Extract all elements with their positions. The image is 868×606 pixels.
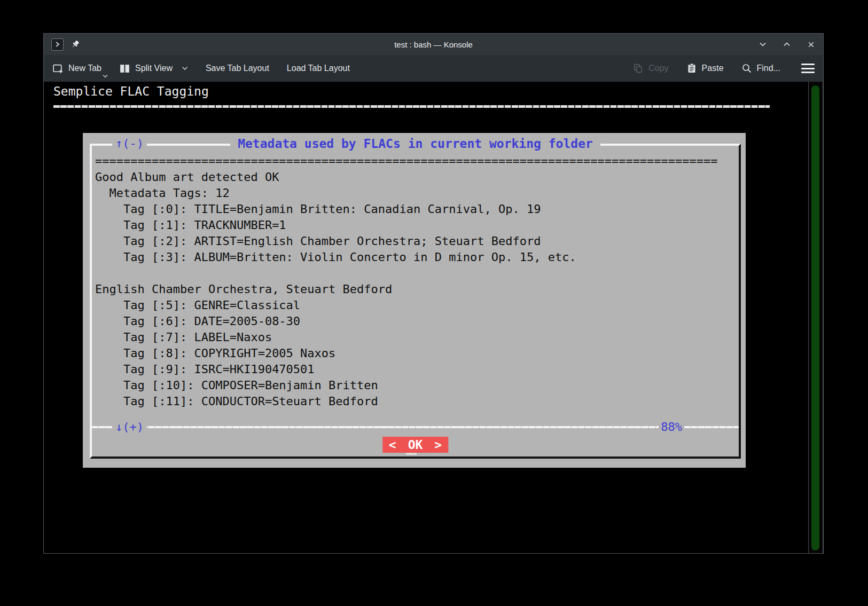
dialog-text-line: Tag [:2]: ARTIST=English Chamber Orchest… xyxy=(95,233,736,249)
chevron-down-icon xyxy=(758,40,767,49)
close-button[interactable] xyxy=(806,40,816,49)
new-tab-dropdown-chevron-icon[interactable] xyxy=(103,74,108,78)
copy-icon xyxy=(633,63,644,74)
dialog-text-line: Tag [:1]: TRACKNUMBER=1 xyxy=(95,217,736,233)
terminal-scrollbar-track[interactable] xyxy=(808,82,823,553)
metadata-dialog: ↑(-) Metadata used by FLACs in current w… xyxy=(83,133,746,468)
paste-label: Paste xyxy=(702,64,724,73)
scroll-down-indicator: ↓(+) xyxy=(112,419,147,435)
terminal-header-underline xyxy=(53,105,770,108)
ok-label: OK xyxy=(408,438,423,452)
search-icon xyxy=(741,63,752,74)
ok-left-arrow: < xyxy=(389,438,396,452)
dialog-text-lines: ========================================… xyxy=(95,153,736,410)
ok-button[interactable]: < OK > xyxy=(382,437,448,453)
dialog-text-line: Tag [:5]: GENRE=Classical xyxy=(95,297,736,313)
new-tab-label: New Tab xyxy=(68,64,101,73)
dialog-text-line: Tag [:10]: COMPOSER=Benjamin Britten xyxy=(95,377,736,393)
find-label: Find... xyxy=(757,64,780,73)
paste-icon xyxy=(686,63,697,74)
dialog-title-row: Metadata used by FLACs in current workin… xyxy=(92,135,739,152)
ok-right-arrow: > xyxy=(434,438,442,452)
toolbar: New Tab Split View Save Tab Layout xyxy=(44,55,823,82)
dialog-text-line: English Chamber Orchestra, Steuart Bedfo… xyxy=(95,281,736,297)
load-tab-layout-button[interactable]: Load Tab Layout xyxy=(287,64,350,73)
maximize-button[interactable] xyxy=(782,40,792,49)
copy-label: Copy xyxy=(648,64,668,73)
titlebar[interactable]: test : bash — Konsole xyxy=(44,34,823,55)
dialog-text-line: Tag [:3]: ALBUM=Britten: Violin Concerto… xyxy=(95,249,736,265)
scroll-percentage: 88% xyxy=(659,419,684,435)
minimize-button[interactable] xyxy=(758,40,768,49)
dialog-text-line: Tag [:6]: DATE=2005-08-30 xyxy=(95,313,736,329)
find-button[interactable]: Find... xyxy=(741,63,780,74)
terminal-header-text: Semplice FLAC Tagging xyxy=(53,84,209,98)
load-tab-layout-label: Load Tab Layout xyxy=(287,64,350,73)
close-icon xyxy=(807,41,815,49)
split-view-icon xyxy=(119,63,130,74)
dialog-text-line: Metadata Tags: 12 xyxy=(95,185,736,201)
copy-button[interactable]: Copy xyxy=(633,63,668,74)
split-view-dropdown-chevron-icon[interactable] xyxy=(182,66,188,70)
window-controls xyxy=(758,40,816,49)
dialog-text-line: Tag [:7]: LABEL=Naxos xyxy=(95,329,736,345)
terminal-cursor xyxy=(406,453,417,455)
dialog-text-line: Good Album art detected OK xyxy=(95,169,736,185)
split-view-button[interactable]: Split View xyxy=(119,63,188,74)
terminal-viewport[interactable]: Semplice FLAC Tagging ↑(-) Metadata used… xyxy=(44,82,823,553)
terminal-scrollbar-thumb[interactable] xyxy=(811,85,819,550)
save-tab-layout-button[interactable]: Save Tab Layout xyxy=(206,64,269,73)
save-tab-layout-label: Save Tab Layout xyxy=(206,64,269,73)
dialog-frame: ↑(-) Metadata used by FLACs in current w… xyxy=(90,144,741,459)
hamburger-menu-icon[interactable] xyxy=(801,64,815,73)
dialog-text-line: Tag [:0]: TITLE=Benjamin Britten: Canadi… xyxy=(95,201,736,217)
dialog-text-line: Tag [:9]: ISRC=HKI190470501 xyxy=(95,361,736,377)
dialog-separator-line xyxy=(92,426,739,428)
dialog-text-line: Tag [:8]: COPYRIGHT=2005 Naxos xyxy=(95,345,736,361)
new-tab-button[interactable]: New Tab xyxy=(52,63,101,74)
dialog-text-line: ========================================… xyxy=(95,153,736,169)
new-tab-icon xyxy=(52,63,64,74)
chevron-up-icon xyxy=(783,40,791,49)
split-view-label: Split View xyxy=(135,64,173,73)
konsole-window: test : bash — Konsole xyxy=(43,33,824,554)
dialog-text-line xyxy=(95,265,736,281)
window-title: test : bash — Konsole xyxy=(44,40,823,49)
paste-button[interactable]: Paste xyxy=(686,63,724,74)
dialog-title: Metadata used by FLACs in current workin… xyxy=(230,135,600,152)
dialog-text-line: Tag [:11]: CONDUCTOR=Steuart Bedford xyxy=(95,393,736,410)
